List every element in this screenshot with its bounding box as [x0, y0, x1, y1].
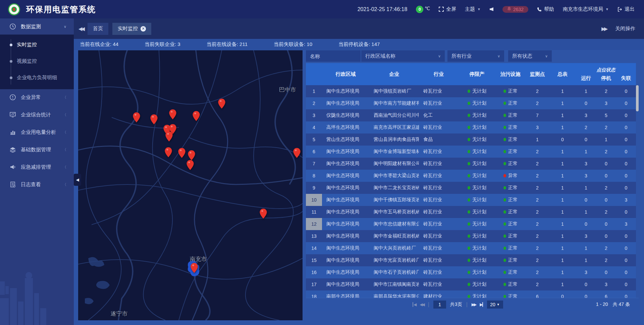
map-city-label: 巴中市	[279, 86, 296, 94]
last-page-button[interactable]: ▶	[480, 302, 483, 307]
table-row[interactable]: 17阆中生态环境局阆中市江南镇阆南页岩砖瓦行业无计划正常21030	[306, 278, 636, 290]
map-marker-pin[interactable]	[193, 111, 200, 121]
cell-stop-status: 无计划	[459, 290, 495, 298]
cell-lost: 0	[616, 254, 636, 266]
sidebar-item-3[interactable]: 企业用电量分析〈	[0, 124, 74, 140]
map-marker-pin[interactable]	[150, 114, 158, 124]
table-scrollbar[interactable]	[636, 85, 639, 111]
theme-dropdown[interactable]: 主题 ▼	[465, 6, 481, 12]
tab-close-icon[interactable]: ✕	[141, 26, 146, 32]
prev-page-button[interactable]: ◀◀	[420, 302, 424, 307]
sidebar-item-5[interactable]: 应急减排管理〈	[0, 159, 74, 175]
table-row[interactable]: 1阆中生态环境局阆中强锐页岩砖厂砖瓦行业无计划正常21120	[306, 85, 636, 97]
page-size-select[interactable]: 20 ▼	[487, 301, 503, 309]
cell-industry: 食品	[419, 133, 459, 146]
sidebar-item-0[interactable]: 数据监测∨	[0, 18, 74, 35]
tabs-scroll-right-icon[interactable]: ▶▶	[601, 26, 606, 32]
table-row[interactable]: 6阆中生态环境局阆中市金博瑞新型墙材砖瓦行业无计划正常21120	[306, 146, 636, 158]
status-dot-green	[503, 271, 506, 274]
help-button[interactable]: 帮助	[537, 6, 554, 12]
table-row[interactable]: 15阆中生态环境局阆中市光富页岩机砖厂砖瓦行业无计划正常21120	[306, 254, 636, 266]
close-operations-button[interactable]: 关闭操作	[615, 25, 635, 32]
table-row[interactable]: 5营山生态环境局营山县润丰肉食品有限食品无计划正常10010	[306, 133, 636, 146]
tab-strip: ◀◀ 首页实时监控✕ ▶▶ 关闭操作	[74, 18, 644, 39]
sidebar-subitem[interactable]: 实时监控	[0, 37, 74, 53]
col-meters: 总表	[549, 63, 576, 85]
table-row[interactable]: 10阆中生态环境局阆中千佛镇五郎垭页岩砖瓦行业无计划正常21003	[306, 194, 636, 206]
temperature-unit: ℃	[425, 6, 430, 11]
tabs-scroll-left-icon[interactable]: ◀◀	[78, 26, 84, 32]
name-filter-input[interactable]	[310, 53, 357, 59]
table-row[interactable]: 4高坪生态环境局南充市高坪区王家店建砖瓦行业无计划正常31220	[306, 121, 636, 133]
logout-button[interactable]: 退出	[618, 6, 635, 12]
industry-filter-select[interactable]: 所有行业 ∨	[447, 50, 504, 62]
map-marker-pin[interactable]	[293, 148, 301, 158]
cell-company: 阆中明阳建材有限公司	[369, 158, 419, 170]
region-filter-select[interactable]: 行政区域名称 ∨	[361, 50, 445, 62]
status-filter-select[interactable]: 所有状态 ∨	[508, 50, 552, 62]
table-row[interactable]: 2阆中生态环境局阆中市南方节能建材有砖瓦行业无计划正常21030	[306, 97, 636, 109]
cell-region: 阆中生态环境局	[322, 85, 369, 97]
tab-home[interactable]: 首页	[88, 23, 108, 35]
page-number-input[interactable]: 1	[433, 301, 446, 309]
status-dot-green	[503, 222, 506, 226]
sidebar-item-4[interactable]: 基础数据管理〈	[0, 142, 74, 158]
sidebar-subitem[interactable]: 视频监控	[0, 53, 74, 69]
cell-company: 阆中市石子页岩机砖厂	[369, 266, 419, 278]
table-row[interactable]: 8阆中生态环境局阆中市枣碧大梁山页岩砖瓦行业无计划异常21300	[306, 170, 636, 182]
map-marker-pin[interactable]	[165, 147, 172, 157]
table-row[interactable]: 14阆中生态环境局阆中大兴页岩机砖厂砖瓦行业无计划正常21120	[306, 242, 636, 254]
map-marker-pin[interactable]	[165, 131, 173, 142]
table-row[interactable]: 9阆中生态环境局阆中市二龙长宝页岩砖砖瓦行业无计划正常21120	[306, 182, 636, 194]
timeline-dot	[10, 60, 12, 63]
cell-lost: 0	[616, 266, 636, 278]
cell-region: 阆中生态环境局	[322, 254, 369, 266]
map-marker-pin[interactable]	[188, 150, 195, 160]
cell-lost: 0	[616, 182, 636, 194]
cell-halt: 2	[596, 242, 616, 254]
map-marker-pin[interactable]	[178, 148, 185, 158]
cell-industry: 砖瓦行业	[419, 121, 459, 133]
table-row[interactable]: 3仪陇生态环境局西南油气田分公司川中化工无计划正常71350	[306, 109, 636, 121]
map-city-label: 南充市	[190, 255, 207, 263]
cell-industry: 砖瓦行业	[419, 97, 459, 109]
map-marker-pin[interactable]	[260, 209, 267, 219]
sidebar-item-6[interactable]: 日志查看〈	[0, 176, 74, 193]
notification-badge[interactable]: 2632	[502, 6, 528, 13]
map-marker-pin[interactable]	[133, 112, 140, 122]
table-row[interactable]: 18南部生态环境局南部县瑞华水泥有限公建材行业无计划正常60060	[306, 290, 636, 298]
row-index: 9	[306, 182, 322, 194]
timeline-dot	[10, 44, 12, 46]
map-panel[interactable]: 巴中市南充市遂宁市	[78, 50, 303, 320]
map-marker-pin[interactable]	[218, 99, 225, 109]
first-page-button[interactable]: ◀	[413, 302, 416, 307]
chart-icon	[9, 129, 16, 136]
sidebar-item-1[interactable]: 企业异常〈	[0, 89, 74, 105]
next-page-button[interactable]: ▶▶	[472, 302, 476, 307]
table-row[interactable]: 16阆中生态环境局阆中市石子页岩机砖厂砖瓦行业无计划正常21300	[306, 266, 636, 278]
sound-button[interactable]	[489, 7, 494, 11]
logout-icon	[618, 7, 622, 12]
sidebar-subitem[interactable]: 企业电力负荷明细	[0, 69, 74, 86]
map-marker-pin[interactable]	[191, 263, 198, 273]
cell-region: 阆中生态环境局	[322, 206, 369, 218]
chevron-icon: 〈	[63, 165, 66, 170]
status-dot-green	[503, 126, 506, 129]
col-lost: 失联	[616, 75, 636, 82]
table-row[interactable]: 11阆中生态环境局阆中市五马桥页岩机砖砖瓦行业无计划正常21120	[306, 206, 636, 218]
table-row[interactable]: 13阆中生态环境局阆中市金福旺页岩机砖砖瓦行业无计划正常21300	[306, 230, 636, 242]
sidebar-item-2[interactable]: 企业综合统计〈	[0, 107, 74, 123]
cell-stop-status: 无计划	[459, 121, 495, 133]
tab-realtime-monitor[interactable]: 实时监控✕	[112, 23, 151, 35]
org-dropdown[interactable]: 南充市生态环境局 ▼	[563, 6, 609, 12]
row-index: 11	[306, 206, 322, 218]
table-row[interactable]: 12阆中生态环境局阆中市忠信建材有限公砖瓦行业无计划正常21003	[306, 218, 636, 230]
map-marker-pin[interactable]	[169, 109, 176, 119]
table-row[interactable]: 7阆中生态环境局阆中明阳建材有限公司砖瓦行业无计划正常21300	[306, 158, 636, 170]
map-marker-pin[interactable]	[186, 160, 194, 170]
cell-meters: 1	[549, 206, 576, 218]
cell-facility-status: 正常	[495, 121, 526, 133]
cell-facility-status: 正常	[495, 158, 526, 170]
fullscreen-button[interactable]: 全屏	[439, 6, 456, 12]
panel-collapse-handle[interactable]: ◀	[74, 174, 81, 186]
